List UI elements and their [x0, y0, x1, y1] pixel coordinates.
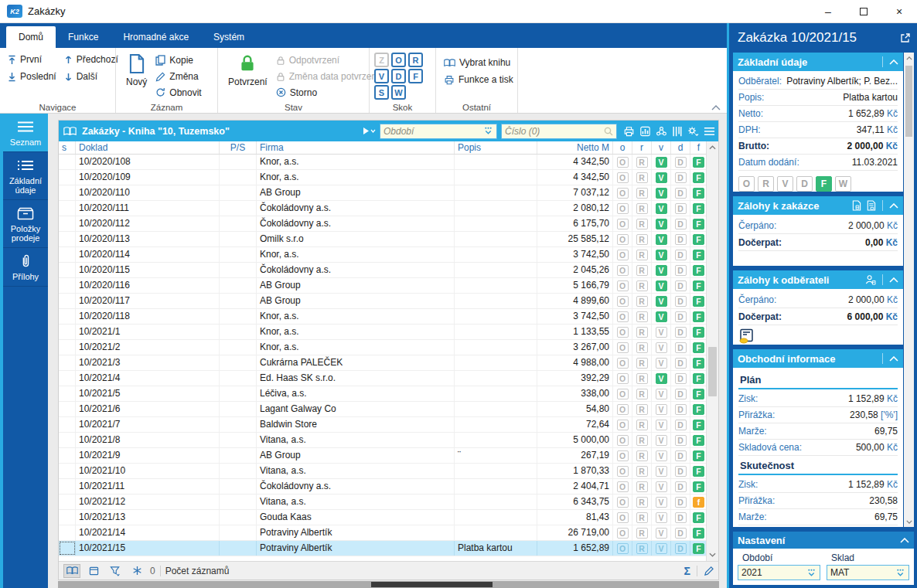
record-count-label[interactable]: Počet záznamů: [165, 566, 230, 576]
table-row[interactable]: 10/2020/115 Čokoládovny a.s. 2 045,26 O …: [59, 263, 718, 278]
tab-system[interactable]: Systém: [201, 26, 257, 48]
change-button[interactable]: Změna: [152, 69, 204, 85]
tab-hromadne-akce[interactable]: Hromadné akce: [111, 26, 201, 48]
table-row[interactable]: 10/2020/111 Čokoládovny a.s. 2 080,12 O …: [59, 201, 718, 216]
functions-print-button[interactable]: Funkce a tisk: [441, 71, 513, 88]
filter-icon[interactable]: [107, 564, 124, 578]
next-button[interactable]: Další: [61, 68, 121, 85]
column-header-ps[interactable]: P/S: [220, 141, 257, 154]
first-button[interactable]: První: [5, 51, 60, 68]
column-header-netto[interactable]: Netto M: [537, 141, 613, 154]
column-header-firma[interactable]: Firma: [257, 141, 455, 154]
run-filter-icon[interactable]: [363, 127, 376, 135]
section-header[interactable]: Základní údaje: [733, 53, 903, 71]
sidebar-item-polozky-prodeje[interactable]: Položky prodeje: [3, 200, 48, 248]
printer-icon[interactable]: [623, 126, 635, 137]
table-row[interactable]: 10/2020/117 AB Group 4 899,60 O R V D F: [59, 294, 718, 309]
external-link-icon[interactable]: [900, 32, 911, 43]
jump-o-button[interactable]: O: [391, 53, 406, 67]
copy-button[interactable]: Kopie: [152, 53, 204, 69]
table-row[interactable]: 10/2021/10 Vitana, a.s. 1 870,33 O R V D…: [59, 464, 718, 479]
book-view-toggle[interactable]: [63, 564, 80, 578]
new-button[interactable]: Nový: [121, 51, 152, 100]
scroll-thumb[interactable]: [708, 347, 717, 396]
previous-button[interactable]: Předchozí: [61, 51, 121, 68]
table-row[interactable]: 10/2021/14 Potraviny Albertík 26 719,00 …: [59, 525, 718, 541]
note-coin-icon[interactable]: [738, 325, 898, 345]
collapse-icon[interactable]: [889, 356, 898, 362]
storno-button[interactable]: Storno: [273, 84, 383, 100]
table-row[interactable]: 10/2021/1 Knor, a.s. 1 133,55 O R V D F: [59, 325, 718, 340]
collapse-icon[interactable]: [900, 538, 909, 543]
documents-icon[interactable]: [866, 200, 876, 211]
jump-w-button[interactable]: W: [391, 85, 406, 100]
section-header[interactable]: Obchodní informace: [733, 349, 903, 368]
jump-f-button[interactable]: F: [408, 69, 423, 83]
table-row[interactable]: 10/2020/116 AB Group 5 166,79 O R V D F: [59, 278, 718, 294]
table-row[interactable]: 10/2020/108 Knor, a.s. 4 342,50 O R V D …: [59, 155, 718, 170]
table-row[interactable]: 10/2021/15 Potraviny Albertík Platba kar…: [59, 541, 718, 556]
table-row[interactable]: 10/2021/6 Lagant Galway Co 54,80 O R V D…: [59, 402, 718, 417]
period-filter-combo[interactable]: [380, 124, 497, 139]
table-row[interactable]: 10/2020/114 Knor, a.s. 3 742,50 O R V D …: [59, 247, 718, 263]
scroll-down-icon[interactable]: [904, 516, 914, 527]
column-header-o[interactable]: o: [613, 141, 632, 154]
column-header-r[interactable]: r: [632, 141, 652, 154]
maximize-button[interactable]: [846, 0, 881, 22]
confirm-button[interactable]: Potvrzení: [223, 51, 273, 100]
section-header[interactable]: Zálohy k odběrateli: [733, 270, 903, 289]
section-header[interactable]: Zálohy k zakázce: [733, 196, 903, 215]
table-row[interactable]: 10/2021/11 Čokoládovny a.s. 2 404,71 O R…: [59, 479, 718, 495]
sidebar-item-prilohy[interactable]: Přílohy: [3, 248, 48, 287]
table-row[interactable]: 10/2021/9 AB Group ¨ 267,19 O R V D F: [59, 448, 718, 464]
dropdown-icon[interactable]: [483, 127, 493, 135]
ribbon-collapse-button[interactable]: [711, 105, 721, 110]
column-header-s[interactable]: s: [59, 141, 76, 154]
jump-d-button[interactable]: D: [391, 69, 406, 83]
hscroll-thumb[interactable]: [371, 582, 493, 587]
table-row[interactable]: 10/2021/8 Vitana, a.s. 5 000,00 O R V D …: [59, 433, 718, 448]
table-row[interactable]: 10/2021/12 Vitana, a.s. 6 343,75 O R V D…: [59, 495, 718, 510]
collapse-icon[interactable]: [889, 277, 898, 283]
dropdown-icon[interactable]: [806, 569, 816, 577]
table-row[interactable]: 10/2021/13 Gouda Kaas 81,43 O R V D F: [59, 510, 718, 525]
table-row[interactable]: 10/2021/7 Baldwin Store 72,64 O R V D F: [59, 417, 718, 433]
table-row[interactable]: 10/2021/4 Ed. Haas SK s.r.o. 392,29 O R …: [59, 371, 718, 386]
collapse-icon[interactable]: [889, 59, 898, 65]
column-header-popis[interactable]: Popis: [455, 141, 537, 154]
table-row[interactable]: 10/2020/109 Knor, a.s. 4 342,50 O R V D …: [59, 170, 718, 185]
detail-toggle-icon[interactable]: [85, 564, 102, 578]
period-filter-input[interactable]: [384, 126, 481, 137]
column-header-v[interactable]: v: [652, 141, 671, 154]
table-row[interactable]: 10/2020/112 Čokoládovny a.s. 6 175,70 O …: [59, 216, 718, 232]
snowflake-icon[interactable]: [128, 564, 145, 578]
stock-value[interactable]: [830, 567, 895, 578]
table-row[interactable]: 10/2021/3 Cukrárna PALEČEK 4 988,00 O R …: [59, 355, 718, 371]
collapse-icon[interactable]: [889, 203, 898, 209]
sidebar-item-seznam[interactable]: Seznam: [3, 114, 48, 152]
tab-funkce[interactable]: Funkce: [56, 26, 111, 48]
period-select[interactable]: [738, 565, 820, 580]
columns-icon[interactable]: [672, 126, 682, 137]
scroll-down-icon[interactable]: [707, 549, 718, 561]
column-header-f[interactable]: f: [690, 141, 707, 154]
table-horizontal-scrollbar[interactable]: [58, 581, 719, 588]
minimize-button[interactable]: –: [810, 0, 846, 22]
table-vertical-scrollbar[interactable]: [706, 141, 718, 561]
jump-r-button[interactable]: R: [408, 53, 423, 67]
period-value[interactable]: [741, 567, 806, 578]
scroll-up-icon[interactable]: [707, 141, 718, 154]
edit-icon[interactable]: [704, 566, 714, 576]
table-row[interactable]: 10/2021/5 Léčiva, a.s. 338,00 O R V D F: [59, 386, 718, 402]
workflow-icon[interactable]: [656, 126, 667, 137]
settings-icon[interactable]: [687, 126, 699, 137]
refresh-button[interactable]: Obnovit: [152, 84, 204, 100]
table-row[interactable]: 10/2020/110 AB Group 7 037,12 O R V D F: [59, 185, 718, 201]
tab-domu[interactable]: Domů: [6, 26, 56, 48]
person-icon[interactable]: [865, 274, 876, 285]
menu-icon[interactable]: [704, 127, 715, 136]
section-header[interactable]: Nastavení: [733, 532, 914, 549]
table-row[interactable]: 10/2020/118 Knor, a.s. 3 742,50 O R V D …: [59, 309, 718, 325]
scroll-thumb[interactable]: [905, 66, 912, 137]
column-header-doklad[interactable]: Doklad: [76, 141, 220, 154]
